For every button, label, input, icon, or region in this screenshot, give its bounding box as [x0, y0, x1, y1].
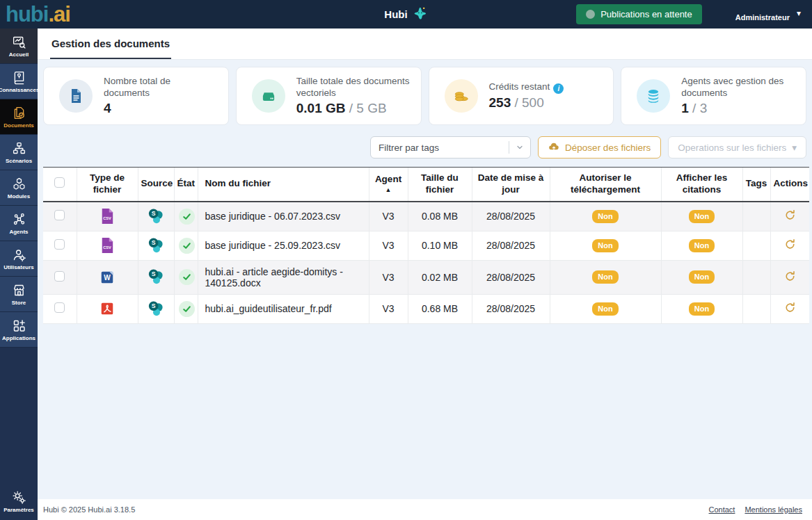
csv-file-icon: CSV	[81, 208, 134, 225]
home-dashboard-icon	[12, 35, 26, 49]
col-name[interactable]: Nom du fichier	[198, 168, 369, 202]
col-download[interactable]: Autoriser le téléchargement	[550, 168, 661, 202]
sharepoint-icon: S	[143, 300, 170, 318]
stat-card-credits: Crédits restanti 253 / 500	[429, 67, 614, 125]
table-row: W S hubi.ai - article aegide-domitys - 1…	[43, 260, 809, 294]
row-checkbox[interactable]	[54, 271, 65, 282]
tag-filter-placeholder: Filtrer par tags	[379, 143, 509, 153]
update-date: 28/08/2025	[472, 202, 550, 231]
col-status[interactable]: État	[174, 168, 198, 202]
sidebar-item-parametres[interactable]: Paramètres	[0, 481, 38, 520]
svg-text:S: S	[151, 302, 155, 309]
sidebar-item-scenarios[interactable]: Scénarios	[0, 135, 38, 170]
row-checkbox[interactable]	[54, 210, 65, 220]
file-operations-button[interactable]: Operations sur les fichiers ▾	[668, 136, 806, 159]
app-title: Hubi	[384, 6, 427, 23]
download-toggle-badge[interactable]: Non	[592, 210, 618, 223]
col-date[interactable]: Date de mise à jour	[472, 168, 550, 202]
svg-text:S: S	[151, 210, 155, 217]
update-date: 28/08/2025	[472, 260, 550, 294]
tab-gestion-des-documents[interactable]: Gestion des documents	[50, 29, 171, 59]
sidebar-item-utilisateurs[interactable]: Utilisateurs	[0, 241, 38, 277]
publications-pending-button[interactable]: Publications en attente	[576, 4, 702, 24]
col-agent[interactable]: Agent▲	[369, 168, 408, 202]
stat-title: Crédits restanti	[489, 81, 564, 95]
col-actions: Actions	[770, 168, 809, 202]
col-citations[interactable]: Afficher les citations	[661, 168, 742, 202]
tab-bar: Gestion des documents	[38, 29, 812, 60]
resync-button[interactable]	[783, 269, 797, 286]
sidebar-item-store[interactable]: Store	[0, 277, 38, 312]
sidebar-item-documents[interactable]: Documents	[0, 99, 38, 135]
row-checkbox[interactable]	[54, 239, 65, 250]
tag-filter-select[interactable]: Filtrer par tags	[370, 136, 531, 159]
pdf-file-icon	[81, 301, 134, 316]
user-menu[interactable]: Administrateur ▾	[735, 8, 801, 22]
col-file-type[interactable]: Type de fichier	[77, 168, 138, 202]
publications-pending-label: Publications en attente	[600, 9, 692, 19]
status-ok-icon	[179, 209, 195, 225]
resync-button[interactable]	[783, 300, 797, 317]
citations-toggle-badge[interactable]: Non	[689, 270, 715, 284]
copyright-text: Hubi © 2025 Hubi.ai 3.18.5	[43, 505, 135, 514]
documents-table: Type de fichier Source État Nom du fichi…	[43, 167, 809, 324]
sidebar-item-connaissances[interactable]: Connaissances	[0, 64, 38, 99]
document-icon	[59, 79, 93, 113]
upload-files-button[interactable]: Déposer des fichiers	[538, 136, 661, 159]
file-operations-label: Operations sur les fichiers	[678, 143, 786, 153]
resync-button[interactable]	[783, 208, 797, 225]
sidebar-item-applications[interactable]: Applications	[0, 312, 38, 348]
mentions-legales-link[interactable]: Mentions légales	[745, 505, 802, 514]
cubes-icon	[12, 177, 26, 191]
svg-text:CSV: CSV	[103, 217, 111, 221]
sort-asc-icon: ▲	[372, 186, 405, 194]
status-dot-icon	[586, 10, 595, 19]
stat-cards-row: Nombre total de documents 4 Taille total…	[43, 67, 806, 125]
sidebar-item-agents[interactable]: Agents	[0, 206, 38, 241]
sidebar-item-modules[interactable]: Modules	[0, 170, 38, 206]
hubi-mascot-icon	[413, 6, 428, 23]
stat-value: 0.01 GB / 5 GB	[296, 101, 411, 116]
database-icon	[637, 79, 670, 113]
citations-toggle-badge[interactable]: Non	[689, 210, 715, 223]
flowchart-icon	[12, 141, 26, 156]
agent-version: V3	[369, 231, 408, 260]
sidebar-item-accueil[interactable]: Accueil	[0, 29, 38, 64]
citations-toggle-badge[interactable]: Non	[689, 239, 715, 252]
row-checkbox[interactable]	[54, 302, 65, 313]
table-row: CSV S base juridique - 06.07.2023.csv V3…	[43, 202, 809, 231]
file-size: 0.68 MB	[408, 294, 472, 323]
filter-bar: Filtrer par tags Déposer des fichiers Op…	[43, 136, 806, 159]
apps-grid-plus-icon	[12, 318, 26, 333]
file-size: 0.02 MB	[408, 260, 472, 294]
sharepoint-icon: S	[143, 208, 170, 225]
download-toggle-badge[interactable]: Non	[592, 239, 618, 252]
select-all-checkbox-cell	[43, 168, 77, 202]
table-header: Type de fichier Source État Nom du fichi…	[43, 168, 809, 202]
caret-down-icon: ▾	[792, 142, 797, 153]
svg-text:S: S	[151, 239, 155, 246]
upload-files-label: Déposer des fichiers	[565, 143, 651, 153]
agent-version: V3	[369, 260, 408, 294]
logo-text-hubi: hubi	[6, 2, 48, 26]
agent-version: V3	[369, 294, 408, 323]
word-file-icon: W	[81, 270, 134, 285]
hubi-logo: hubi.ai	[6, 1, 70, 28]
network-nodes-icon	[12, 212, 26, 227]
footer: Hubi © 2025 Hubi.ai 3.18.5 Contact Menti…	[38, 499, 812, 520]
stat-title: Nombre total de documents	[104, 76, 218, 99]
download-toggle-badge[interactable]: Non	[592, 302, 618, 316]
resync-button[interactable]	[783, 237, 797, 254]
content-area: Nombre total de documents 4 Taille total…	[38, 60, 812, 499]
info-icon[interactable]: i	[553, 83, 564, 94]
citations-toggle-badge[interactable]: Non	[689, 302, 715, 316]
col-size[interactable]: Taille du fichier	[408, 168, 472, 202]
contact-link[interactable]: Contact	[709, 505, 735, 514]
download-toggle-badge[interactable]: Non	[592, 270, 618, 284]
stat-card-total-documents: Nombre total de documents 4	[43, 67, 229, 125]
col-tags[interactable]: Tags	[742, 168, 770, 202]
select-all-checkbox[interactable]	[54, 177, 65, 188]
drive-icon	[252, 79, 285, 113]
file-size: 0.08 MB	[408, 202, 472, 231]
col-source[interactable]: Source	[138, 168, 174, 202]
